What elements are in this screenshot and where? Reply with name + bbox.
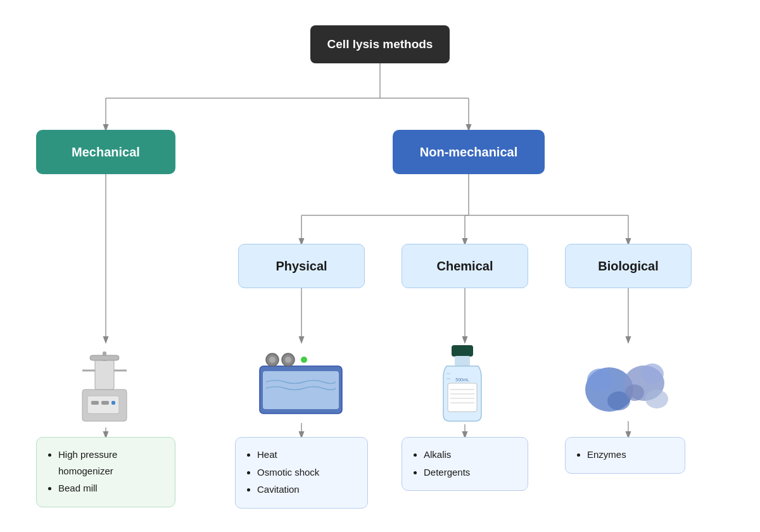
list-item: Heat: [257, 446, 357, 463]
svg-rect-24: [111, 401, 115, 405]
chemical-node: Chemical: [402, 244, 528, 288]
list-item: Bead mill: [58, 480, 165, 497]
svg-point-35: [285, 357, 291, 363]
svg-rect-37: [452, 345, 473, 357]
chemical-list-items: Alkalis Detergents: [412, 446, 517, 480]
physical-node: Physical: [238, 244, 365, 288]
chemical-label: Chemical: [437, 259, 493, 274]
root-label: Cell lysis methods: [327, 37, 433, 51]
biological-node: Biological: [565, 244, 692, 288]
bottle-illustration: 500mL: [434, 342, 491, 424]
list-item: Osmotic shock: [257, 464, 357, 481]
root-node: Cell lysis methods: [310, 25, 450, 63]
list-item: Enzymes: [587, 446, 674, 463]
diagram: Cell lysis methods Mechanical Non-mechan…: [0, 0, 760, 532]
svg-rect-38: [455, 356, 470, 366]
list-item: Cavitation: [257, 481, 357, 498]
ultrasonic-bath-illustration: [253, 347, 342, 423]
mechanical-node: Mechanical: [36, 130, 175, 174]
list-item: Alkalis: [424, 446, 517, 463]
physical-list-items: Heat Osmotic shock Cavitation: [246, 446, 357, 498]
svg-point-52: [625, 384, 644, 401]
chemical-list: Alkalis Detergents: [402, 437, 528, 491]
svg-point-36: [301, 357, 307, 363]
biological-list: Enzymes: [565, 437, 685, 474]
svg-rect-22: [91, 401, 99, 405]
svg-rect-27: [90, 355, 119, 360]
physical-label: Physical: [276, 259, 327, 274]
nonmechanical-label: Non-mechanical: [420, 145, 517, 160]
mechanical-label: Mechanical: [72, 145, 140, 160]
mechanical-list-items: High pressure homogenizer Bead mill: [47, 446, 165, 497]
svg-rect-23: [101, 401, 109, 405]
list-item: Detergents: [424, 464, 517, 481]
mechanical-list: High pressure homogenizer Bead mill: [36, 437, 175, 507]
nonmechanical-node: Non-mechanical: [393, 130, 545, 174]
svg-point-51: [641, 364, 664, 384]
physical-list: Heat Osmotic shock Cavitation: [235, 437, 368, 509]
svg-point-53: [645, 390, 668, 408]
svg-rect-25: [95, 358, 114, 390]
svg-text:500mL: 500mL: [455, 377, 469, 382]
biological-label: Biological: [598, 259, 659, 274]
svg-point-33: [269, 357, 276, 363]
enzyme-illustration: [578, 345, 666, 421]
svg-rect-39: [448, 383, 477, 412]
biological-list-items: Enzymes: [576, 446, 674, 463]
svg-point-48: [587, 369, 612, 391]
list-item: High pressure homogenizer: [58, 446, 165, 479]
svg-rect-31: [263, 371, 339, 409]
homogenizer-illustration: [63, 345, 146, 428]
